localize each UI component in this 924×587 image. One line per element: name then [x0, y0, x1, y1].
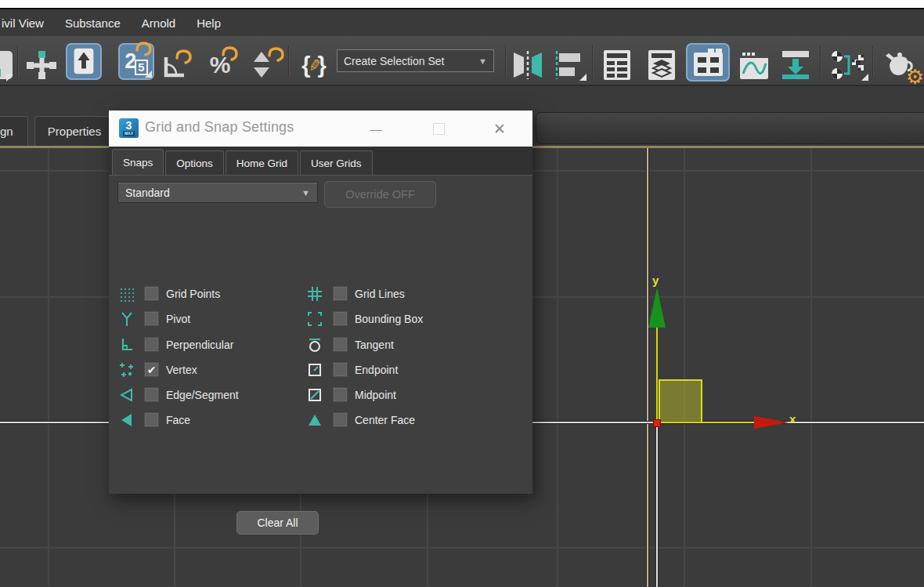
flyout-arrow-icon — [145, 71, 152, 78]
axis-y-label: y — [652, 274, 659, 287]
maximize-icon — [433, 123, 445, 135]
tab-home-grid[interactable]: Home Grid — [226, 150, 298, 175]
menu-item-substance[interactable]: Substance — [65, 16, 121, 30]
pivot-checkbox[interactable] — [144, 311, 159, 326]
menu-item-arnold[interactable]: Arnold — [142, 16, 175, 30]
dialog-title-bar[interactable]: 3 MAX Grid and Snap Settings — ✕ — [109, 111, 532, 147]
snap-item-label: Face — [166, 414, 190, 426]
percent-snap-toggle-icon[interactable]: % — [201, 49, 239, 82]
grid-lines-icon — [307, 286, 323, 302]
endpoint-checkbox[interactable] — [333, 362, 348, 377]
snap-item-label: Pivot — [166, 313, 190, 325]
toolbar-separator — [872, 45, 874, 77]
logo-3: 3 — [126, 120, 132, 131]
3dsmax-logo-icon: 3 MAX — [119, 118, 139, 138]
bounding-box-checkbox[interactable] — [333, 311, 348, 326]
tab-snaps[interactable]: Snaps — [112, 149, 164, 175]
tab-label: Snaps — [123, 157, 153, 168]
spinner-snap-toggle-icon[interactable] — [244, 49, 282, 82]
keyboard-shortcut-override-icon[interactable]: { ✎ } — [295, 49, 333, 82]
gizmo-x-arrow[interactable] — [754, 416, 789, 429]
snap-item-label: Tangent — [355, 339, 394, 351]
minimize-icon: — — [370, 122, 382, 136]
tab-user-grids[interactable]: User Grids — [300, 150, 373, 175]
override-label: Override OFF — [345, 188, 415, 201]
toolbar-separator — [592, 45, 594, 77]
edge-segment-checkbox[interactable] — [144, 387, 159, 402]
grid-line — [684, 148, 685, 587]
grid-line — [48, 148, 49, 587]
layer-explorer-icon[interactable] — [645, 49, 678, 82]
ribbon-toggle-button[interactable] — [686, 43, 730, 82]
close-icon: ✕ — [493, 120, 506, 138]
main-toolbar: 25 % — [0, 36, 924, 86]
midpoint-icon — [307, 387, 323, 403]
3dsmax-window: ivil View Substance Arnold Help — [0, 0, 924, 587]
face-checkbox[interactable] — [144, 412, 159, 427]
select-object-icon — [67, 45, 100, 78]
menu-item-help[interactable]: Help — [197, 16, 221, 30]
tab-label: Options — [176, 158, 213, 169]
selected-rectangle-shape[interactable] — [659, 379, 702, 423]
snap-item-label: Perpendicular — [166, 339, 233, 351]
menu-bar: ivil View Substance Arnold Help — [0, 8, 924, 36]
select-object-button[interactable] — [66, 43, 102, 80]
perpendicular-checkbox[interactable] — [144, 337, 159, 352]
angle-snap-toggle-icon[interactable] — [157, 49, 193, 82]
minimize-button[interactable]: — — [364, 118, 388, 140]
toolbar-separator — [288, 45, 290, 77]
preset-value: Standard — [125, 187, 170, 199]
snap-item-label: Edge/Segment — [166, 389, 239, 401]
pivot-icon — [119, 311, 135, 327]
grid-y-axis-line — [656, 425, 658, 587]
flyout-arrow-icon — [6, 74, 13, 82]
tab-label: User Grids — [311, 158, 362, 169]
snap-item-label: Midpoint — [355, 389, 396, 401]
midpoint-checkbox[interactable] — [333, 387, 348, 402]
snaps-toggle-button[interactable]: 25 — [118, 43, 154, 80]
vertex-checkbox[interactable]: ✔ — [144, 362, 159, 377]
align-icon[interactable] — [548, 49, 587, 82]
grid-lines-checkbox[interactable] — [333, 286, 348, 301]
tab-options[interactable]: Options — [165, 150, 224, 175]
flyout-arrow-icon — [579, 74, 587, 81]
select-and-move-icon[interactable] — [23, 49, 58, 82]
maximize-button[interactable] — [427, 118, 450, 140]
menu-item-civil-view[interactable]: ivil View — [2, 16, 44, 30]
mirror-icon[interactable] — [510, 49, 546, 82]
snap-hook-icon — [135, 42, 153, 57]
override-off-button[interactable]: Override OFF — [324, 181, 436, 208]
clear-all-button[interactable]: Clear All — [236, 511, 319, 534]
check-icon: ✔ — [147, 364, 157, 375]
curve-editor-icon[interactable] — [736, 49, 772, 82]
gizmo-origin-point[interactable] — [653, 419, 661, 427]
bounding-box-icon — [307, 311, 323, 327]
center-face-checkbox[interactable] — [333, 412, 348, 427]
ribbon-tab-properties[interactable]: Properties — [34, 116, 114, 146]
center-face-icon — [307, 412, 323, 428]
toolbar-separator — [505, 45, 507, 77]
collapsed-ribbon-bar — [536, 112, 924, 144]
grid-points-checkbox[interactable] — [144, 286, 159, 301]
gizmo-x-axis-line — [659, 422, 756, 423]
ribbon-tab-align[interactable]: lign — [0, 116, 28, 146]
material-editor-icon[interactable] — [828, 49, 869, 82]
render-setup-icon[interactable]: ⚙ — [879, 49, 919, 82]
snap-item-label: Bounding Box — [355, 313, 423, 325]
gizmo-y-arrow[interactable] — [648, 288, 666, 328]
snap-item-label: Vertex — [166, 364, 197, 376]
grid-line — [557, 148, 558, 587]
dialog-title: Grid and Snap Settings — [145, 119, 294, 136]
schematic-view-icon[interactable] — [778, 49, 814, 82]
endpoint-icon — [307, 362, 323, 378]
snap-preset-dropdown[interactable]: Standard ▼ — [117, 182, 318, 203]
grid-points-icon — [119, 286, 135, 302]
tangent-icon — [307, 337, 323, 353]
create-selection-set-dropdown[interactable]: Create Selection Set ▼ — [337, 49, 494, 72]
tangent-checkbox[interactable] — [333, 337, 348, 352]
scene-explorer-icon[interactable] — [601, 49, 633, 82]
close-button[interactable]: ✕ — [488, 118, 511, 140]
chevron-down-icon: ▼ — [301, 188, 310, 197]
gizmo-y-axis-line — [656, 328, 658, 423]
toolbar-separator — [820, 45, 821, 77]
